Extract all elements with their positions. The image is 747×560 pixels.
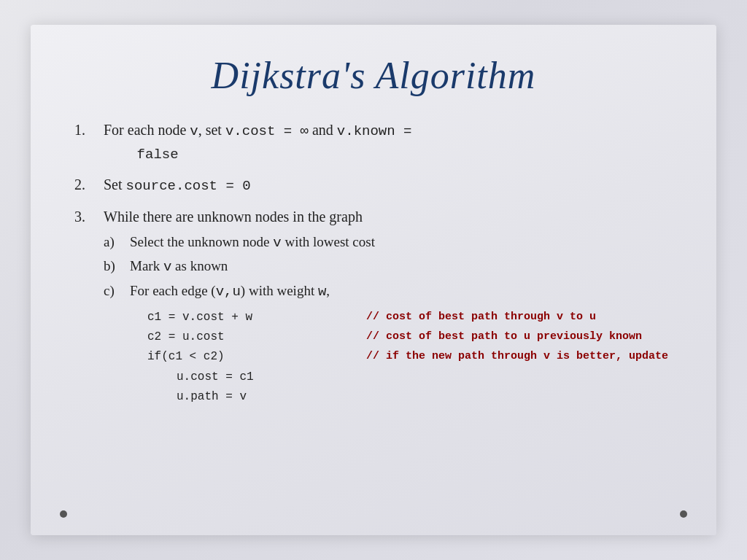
sub-text-a: Select the unknown node v with lowest co… xyxy=(130,232,375,254)
list-number-2: 2. xyxy=(74,174,104,195)
list-text-2: Set source.cost = 0 xyxy=(104,174,251,197)
comment-c2: // cost of best path to u previously kno… xyxy=(352,327,668,347)
comment-upath xyxy=(352,387,668,407)
code-source-cost: source.cost = 0 xyxy=(126,178,251,194)
code-v-select: v xyxy=(273,235,281,251)
list-text-1: For each node v, set v.cost = ∞ and v.kn… xyxy=(104,119,411,165)
code-block: c1 = v.cost + w // cost of best path thr… xyxy=(147,308,668,407)
list-item-2: 2. Set source.cost = 0 xyxy=(74,174,673,197)
comment-if: // if the new path through v is better, … xyxy=(352,347,668,367)
list-number-3: 3. xyxy=(74,206,104,228)
sub-label-a: a) xyxy=(104,232,130,253)
list-item-3: 3. While there are unknown nodes in the … xyxy=(74,206,673,407)
sub-item-c: c) For each edge (v,u) with weight w, xyxy=(104,281,668,303)
code-vknown: v.known = xyxy=(337,123,412,139)
comment-ucost xyxy=(352,368,668,387)
code-v-mark: v xyxy=(163,259,171,275)
sub-label-c: c) xyxy=(104,281,130,302)
sub-text-c: For each edge (v,u) with weight w, xyxy=(130,281,330,303)
sub-text-b: Mark v as known xyxy=(130,256,228,278)
sub-list: a) Select the unknown node v with lowest… xyxy=(104,232,668,303)
list-number-1: 1. xyxy=(74,119,104,141)
code-c1: c1 = v.cost + w xyxy=(147,308,352,327)
bullet-bottom-left xyxy=(60,510,67,518)
code-vcost: v.cost = ∞ xyxy=(225,123,309,139)
content-area: 1. For each node v, set v.cost = ∞ and v… xyxy=(74,119,673,407)
code-w: w xyxy=(318,284,326,300)
list-item-1: 1. For each node v, set v.cost = ∞ and v… xyxy=(74,119,673,165)
code-v1: v xyxy=(190,123,198,139)
code-c2: c2 = u.cost xyxy=(147,327,352,347)
list-text-3: While there are unknown nodes in the gra… xyxy=(104,206,668,407)
code-if: if(c1 < c2) xyxy=(147,347,352,367)
sub-label-b: b) xyxy=(104,256,130,277)
code-vu: v,u xyxy=(216,284,241,300)
bullet-bottom-right xyxy=(680,510,687,518)
sub-item-b: b) Mark v as known xyxy=(104,256,668,278)
comment-c1: // cost of best path through v to u xyxy=(352,308,668,327)
sub-item-a: a) Select the unknown node v with lowest… xyxy=(104,232,668,254)
slide-title: Dijkstra's Algorithm xyxy=(74,54,673,97)
code-upath: u.path = v xyxy=(147,387,352,407)
code-ucost: u.cost = c1 xyxy=(147,368,352,387)
code-false: false xyxy=(104,147,179,163)
slide: Dijkstra's Algorithm 1. For each node v,… xyxy=(31,25,716,535)
